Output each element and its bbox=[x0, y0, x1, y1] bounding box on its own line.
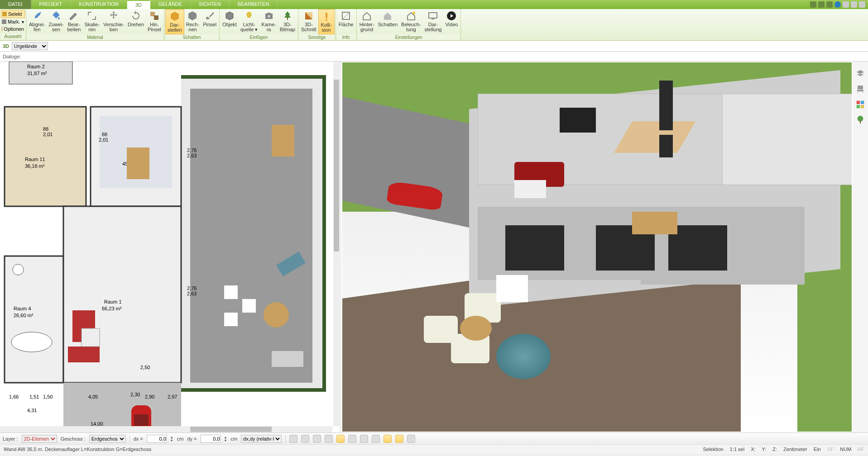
menu-tab-datei[interactable]: DATEI bbox=[0, 0, 31, 9]
svg-text:26,60 m²: 26,60 m² bbox=[14, 313, 34, 318]
close-icon[interactable] bbox=[859, 1, 865, 8]
spinner-up-icon[interactable]: ▲ bbox=[170, 436, 173, 439]
rechnen-button[interactable]: Rech-nen bbox=[184, 9, 201, 34]
terrain-select[interactable]: Urgelände bbox=[12, 42, 48, 50]
palette-icon[interactable] bbox=[855, 100, 865, 109]
tool-icon[interactable] bbox=[810, 1, 816, 8]
tool-icon[interactable] bbox=[818, 1, 825, 8]
collision-icon bbox=[321, 10, 332, 22]
video-button[interactable]: Video bbox=[443, 9, 460, 34]
tool-snap-icon[interactable] bbox=[336, 435, 345, 443]
lichtquelle-button[interactable]: Licht-quelle ▾ bbox=[239, 9, 259, 34]
svg-rect-47 bbox=[272, 351, 303, 367]
layer-select[interactable]: 2D-Elemen bbox=[22, 435, 57, 443]
menu-spacer bbox=[278, 0, 807, 9]
svg-rect-67 bbox=[861, 101, 864, 104]
svg-text:1,50: 1,50 bbox=[43, 394, 53, 399]
view-3d[interactable] bbox=[341, 62, 853, 432]
menu-tab-konstruktion[interactable]: KONSTRUKTION bbox=[71, 0, 127, 9]
tool-grid-icon[interactable] bbox=[325, 435, 333, 443]
minimize-icon[interactable] bbox=[843, 1, 849, 8]
dx-unit: cm bbox=[177, 436, 184, 442]
beleuchtung-button[interactable]: Beleuch-tung bbox=[399, 9, 422, 34]
status-x: X: bbox=[751, 446, 755, 452]
svg-text:2,97: 2,97 bbox=[168, 394, 177, 399]
darstellung-button[interactable]: Dar-stellung bbox=[423, 9, 444, 34]
house-shadow-icon bbox=[382, 10, 393, 22]
hinpinsel-button[interactable]: Hin.Pinsel bbox=[146, 9, 163, 34]
spinner-down-icon[interactable]: ▼ bbox=[170, 439, 173, 442]
tool-screen-icon[interactable] bbox=[301, 435, 309, 443]
svg-text:2,63: 2,63 bbox=[187, 153, 197, 158]
dy-input[interactable] bbox=[201, 435, 221, 443]
move-icon bbox=[108, 10, 120, 22]
svg-text:1,51: 1,51 bbox=[29, 394, 39, 399]
scene-3d[interactable] bbox=[342, 62, 852, 432]
ribbon-group-einfuegen: Objekt Licht-quelle ▾ Kame-ra 3D-Bitmap … bbox=[220, 9, 298, 40]
optionen-button[interactable]: Optionen bbox=[1, 25, 25, 33]
ribbon-group-label: Info bbox=[337, 34, 355, 40]
verschieben-button[interactable]: Verschie-ben bbox=[101, 9, 126, 34]
objekt-button[interactable]: Objekt bbox=[221, 9, 239, 34]
tree-icon bbox=[282, 10, 293, 22]
menu-tab-projekt[interactable]: PROJEKT bbox=[31, 0, 71, 9]
skalieren-button[interactable]: Skalie-ren bbox=[82, 9, 101, 34]
tool-icon[interactable] bbox=[826, 1, 833, 8]
darstellen-button[interactable]: Dar-stellen bbox=[165, 9, 184, 34]
bitmap-button[interactable]: 3D-Bitmap bbox=[278, 9, 297, 34]
tool-x1-icon[interactable] bbox=[348, 435, 356, 443]
vertical-scrollbar[interactable] bbox=[333, 62, 340, 426]
tool-clock-icon[interactable] bbox=[289, 435, 297, 443]
help-icon[interactable] bbox=[834, 1, 841, 8]
drehen-button[interactable]: Drehen bbox=[126, 9, 146, 34]
dx-input[interactable] bbox=[147, 435, 167, 443]
tool-x5-icon[interactable] bbox=[395, 435, 403, 443]
tree-icon[interactable] bbox=[855, 115, 865, 125]
tool-x2-icon[interactable] bbox=[360, 435, 368, 443]
svg-rect-4 bbox=[326, 13, 327, 18]
ribbon-group-info: Fläche Info bbox=[336, 9, 357, 40]
chair-icon[interactable] bbox=[855, 84, 865, 94]
pinsel-button[interactable]: Pinsel bbox=[201, 9, 218, 34]
svg-rect-27 bbox=[5, 256, 63, 383]
svg-rect-40 bbox=[134, 414, 149, 426]
menu-tab-gelaende[interactable]: GELÄNDE bbox=[150, 0, 191, 9]
right-toolbar bbox=[853, 62, 868, 432]
horizontal-scrollbar[interactable] bbox=[0, 426, 332, 432]
mark-button[interactable]: Mark. ▾ bbox=[1, 18, 25, 25]
view-2d[interactable]: Raum 2 31,87 m² Raum 11 36,18 m² Raum 3 … bbox=[0, 62, 340, 432]
kollision-button[interactable]: Kolli-sion bbox=[318, 9, 335, 34]
spinner-down-icon[interactable]: ▼ bbox=[224, 439, 227, 442]
schatten-button[interactable]: Schatten bbox=[376, 9, 399, 34]
maximize-icon[interactable] bbox=[851, 1, 857, 8]
bearbeiten-button[interactable]: Bear-beiten bbox=[65, 9, 82, 34]
tool-x3-icon[interactable] bbox=[372, 435, 380, 443]
svg-text:2,76: 2,76 bbox=[187, 147, 197, 153]
tool-x6-icon[interactable] bbox=[407, 435, 415, 443]
bulb-icon bbox=[243, 10, 255, 22]
menu-tab-sichten[interactable]: SICHTEN bbox=[191, 0, 229, 9]
abgreifen-button[interactable]: Abgrei-fen bbox=[27, 9, 47, 34]
spinner-up-icon[interactable]: ▲ bbox=[224, 436, 227, 439]
zuweisen-button[interactable]: Zuwei-sen bbox=[47, 9, 65, 34]
status-z: Z: bbox=[772, 446, 777, 452]
tool-link-icon[interactable] bbox=[313, 435, 321, 443]
svg-rect-14 bbox=[181, 388, 326, 392]
cube-icon bbox=[169, 10, 181, 22]
geschoss-select[interactable]: Erdgeschos bbox=[89, 435, 126, 443]
flaeche-button[interactable]: Fläche bbox=[337, 9, 355, 34]
selekt-button[interactable]: Selekt bbox=[1, 10, 25, 18]
svg-rect-37 bbox=[82, 328, 100, 347]
floorplan[interactable]: Raum 2 31,87 m² Raum 11 36,18 m² Raum 3 … bbox=[0, 62, 340, 432]
hintergrund-button[interactable]: Hinter-grund bbox=[358, 9, 376, 34]
kamera-button[interactable]: Kame-ra bbox=[259, 9, 278, 34]
mode-select[interactable]: dx,dy (relativ ka bbox=[241, 435, 282, 443]
menu-tab-bearbeiten[interactable]: BEARBEITEN bbox=[230, 0, 278, 9]
tool-x4-icon[interactable] bbox=[384, 435, 392, 443]
ribbon-group-label: Schatten bbox=[165, 34, 218, 40]
schnitt-button[interactable]: 3D-Schnitt bbox=[299, 9, 318, 34]
geschoss-label: Geschoss : bbox=[61, 436, 86, 442]
layers-icon[interactable] bbox=[855, 69, 865, 79]
svg-rect-68 bbox=[857, 105, 860, 108]
menu-tab-3d[interactable]: 3D bbox=[127, 0, 150, 9]
